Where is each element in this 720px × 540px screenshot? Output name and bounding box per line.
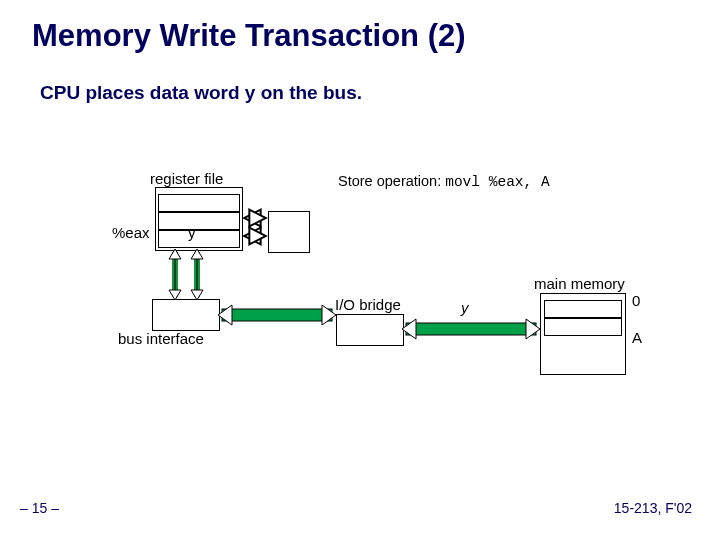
course-footer: 15-213, F'02 xyxy=(614,500,692,516)
memory-address-a: A xyxy=(632,329,642,346)
y-on-bus-label: y xyxy=(461,299,469,316)
diagram-wires xyxy=(0,0,720,540)
svg-marker-11 xyxy=(218,305,232,325)
bus-interface-box xyxy=(152,299,220,331)
io-bridge-box xyxy=(336,314,404,346)
register-row xyxy=(158,194,240,212)
memory-index-0: 0 xyxy=(632,292,640,309)
svg-rect-13 xyxy=(406,323,536,335)
slide-title: Memory Write Transaction (2) xyxy=(32,18,466,54)
page-number: – 15 – xyxy=(20,500,59,516)
svg-marker-15 xyxy=(526,319,540,339)
memory-row xyxy=(544,318,622,336)
register-file-label: register file xyxy=(150,170,223,187)
svg-marker-12 xyxy=(322,305,336,325)
y-in-register: y xyxy=(188,224,196,241)
svg-rect-10 xyxy=(222,309,332,321)
store-op-text: Store operation: xyxy=(338,173,441,189)
store-operation-label: Store operation: movl %eax, A xyxy=(338,173,550,190)
eax-label: %eax xyxy=(112,224,150,241)
register-row xyxy=(158,212,240,230)
slide-subtitle: CPU places data word y on the bus. xyxy=(40,82,362,104)
memory-row xyxy=(544,300,622,318)
svg-marker-14 xyxy=(402,319,416,339)
io-bridge-label: I/O bridge xyxy=(335,296,401,313)
bus-interface-label: bus interface xyxy=(118,330,204,347)
register-row-eax xyxy=(158,230,240,248)
store-op-code: movl %eax, A xyxy=(445,174,549,190)
main-memory-label: main memory xyxy=(534,275,625,292)
alu-box xyxy=(268,211,310,253)
